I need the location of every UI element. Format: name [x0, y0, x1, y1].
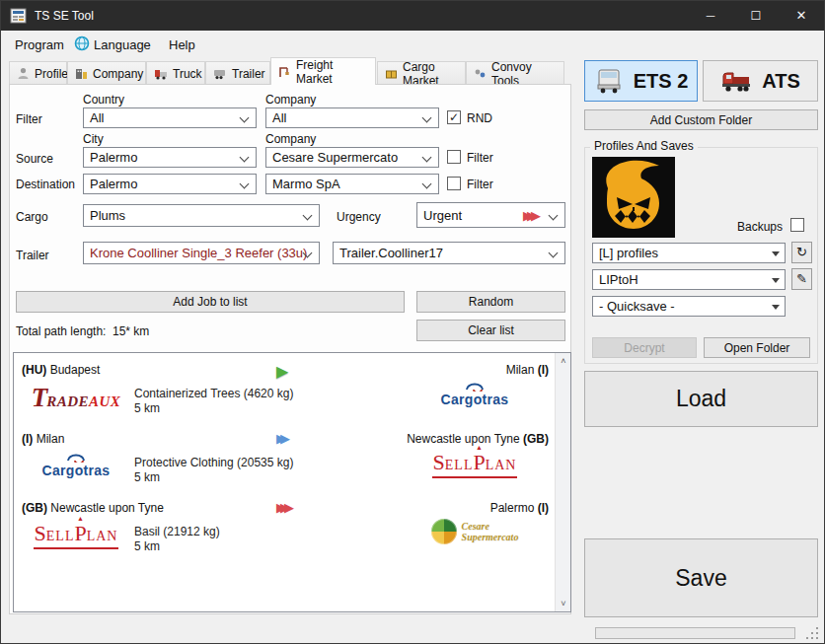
chevron-down-icon [549, 211, 559, 221]
profile-name-select[interactable]: LIPtoH [592, 269, 786, 290]
scroll-down-icon[interactable]: ˅ [556, 596, 571, 611]
tab-profile[interactable]: Profile [9, 61, 67, 85]
chevron-down-icon [549, 249, 559, 258]
cesare-globe-icon [431, 519, 457, 544]
save-slot-value: - Quicksave - [599, 299, 675, 314]
job-distance: 5 km [134, 470, 160, 484]
open-folder-button[interactable]: Open Folder [704, 337, 810, 358]
job-dst-city: Milan [506, 363, 535, 377]
ats-label: ATS [762, 70, 800, 93]
clear-list-button[interactable]: Clear list [416, 320, 565, 341]
ets2-label: ETS 2 [634, 70, 689, 93]
trailer-icon [213, 68, 227, 80]
source-city-value: Palermo [90, 150, 137, 165]
profile-avatar [592, 157, 675, 238]
cargo-value: Plums [90, 208, 125, 223]
job-cargo: Basil (21912 kg) [134, 525, 220, 538]
menu-bar: Program Language Help [1, 31, 824, 58]
destination-city-select[interactable]: Palermo [83, 174, 257, 194]
tab-trailer[interactable]: Trailer [205, 61, 270, 85]
resize-grip[interactable] [804, 625, 818, 639]
profiles-select[interactable]: [L] profiles [592, 243, 786, 263]
dropdown-arrow-icon [772, 278, 780, 283]
save-button[interactable]: Save [584, 538, 818, 617]
source-filter-checkbox[interactable] [447, 150, 461, 164]
check-icon: ✓ [449, 110, 459, 124]
job-dst-country: (I) [538, 501, 549, 515]
tab-trailer-label: Trailer [232, 67, 265, 81]
app-window: TS SE Tool ─ ☐ ✕ Program Language Help P… [0, 0, 825, 644]
filter-company-select[interactable]: All [265, 107, 439, 128]
job-src-city: Budapest [50, 363, 101, 377]
trailer-model-value: Krone Coolliner Single_3 Reefer (33u) [90, 246, 307, 260]
profile-icon [17, 67, 30, 80]
tab-truck[interactable]: Truck [146, 61, 205, 85]
company-logo-sellplan: SELLP▲LAN [18, 521, 134, 549]
scroll-up-icon[interactable]: ˄ [556, 353, 571, 369]
close-button[interactable]: ✕ [779, 1, 824, 31]
soul-eater-logo [592, 157, 675, 238]
load-button[interactable]: Load [584, 371, 818, 427]
save-slot-select[interactable]: - Quicksave - [592, 296, 786, 317]
freight-market-icon [278, 65, 291, 78]
tab-company[interactable]: Company [67, 61, 146, 85]
cargo-label: Cargo [16, 210, 48, 224]
urgent-icon: ▶▶▶ [523, 208, 541, 223]
chevron-down-icon [240, 153, 250, 163]
chevron-down-icon [303, 211, 313, 221]
crown-icon: ▲ [77, 515, 84, 522]
tab-company-label: Company [93, 67, 143, 81]
add-custom-folder-button[interactable]: Add Custom Folder [584, 109, 818, 130]
cargo-select[interactable]: Plums [83, 204, 320, 227]
trailer-model-select[interactable]: Krone Coolliner Single_3 Reefer (33u) [83, 242, 320, 264]
destination-filter-checkbox[interactable] [447, 177, 461, 190]
add-job-button[interactable]: Add Job to list [16, 291, 405, 313]
destination-filter-label: Filter [467, 178, 493, 191]
source-company-select[interactable]: Cesare Supermercato [265, 147, 439, 168]
tab-convoy-tools[interactable]: Convoy Tools [466, 61, 564, 85]
progress-bar [595, 627, 795, 639]
ets2-button[interactable]: ETS 2 [584, 60, 698, 102]
refresh-button[interactable]: ↻ [791, 242, 812, 263]
decrypt-button[interactable]: Decrypt [592, 337, 697, 358]
minimize-button[interactable]: ─ [688, 1, 733, 31]
job-list-item[interactable]: (I) Milan ▶▶ Newcastle upon Tyne (GB) Ca… [14, 426, 553, 495]
dropdown-arrow-icon [772, 305, 780, 310]
destination-company-select[interactable]: Marmo SpA [265, 174, 439, 194]
source-city-select[interactable]: Palermo [83, 147, 257, 168]
job-distance: 5 km [134, 539, 160, 553]
rnd-checkbox[interactable]: ✓ [447, 110, 461, 124]
total-path-label: Total path length: [16, 324, 106, 338]
tab-cargo-market[interactable]: Cargo Market [377, 61, 466, 85]
ats-button[interactable]: ATS [703, 60, 818, 102]
truck-icon [154, 68, 168, 80]
job-list-scrollbar[interactable]: ˄ ˅ [555, 353, 570, 611]
menu-program[interactable]: Program [15, 37, 64, 52]
job-list-item[interactable]: (GB) Newcastle upon Tyne ▶▶▶ Palermo (I)… [14, 495, 553, 564]
menu-help[interactable]: Help [169, 37, 195, 52]
urgency-value: Urgent [423, 208, 462, 223]
backups-checkbox[interactable] [790, 218, 804, 232]
company-column-header-2: Company [265, 132, 316, 146]
trailer-label: Trailer [16, 249, 49, 262]
job-distance: 5 km [134, 401, 160, 415]
tab-freight-market[interactable]: Freight Market [270, 57, 376, 85]
chevron-down-icon [422, 153, 432, 163]
urgency-select[interactable]: Urgent ▶▶▶ [416, 202, 565, 228]
random-button[interactable]: Random [416, 291, 565, 313]
menu-language[interactable]: Language [94, 37, 151, 52]
edit-button[interactable]: ✎ [791, 268, 812, 290]
company-column-header: Company [265, 93, 316, 107]
ets2-truck-icon [594, 68, 624, 94]
urgency-label: Urgency [337, 210, 381, 224]
filter-country-select[interactable]: All [83, 107, 257, 128]
destination-city-value: Palermo [90, 177, 137, 191]
trailer-variant-select[interactable]: Trailer.Coolliner17 [333, 242, 565, 264]
dropdown-arrow-icon [772, 251, 780, 256]
maximize-button[interactable]: ☐ [733, 1, 779, 31]
destination-company-value: Marmo SpA [272, 177, 340, 191]
job-list-item[interactable]: (HU) Budapest ▶ Milan (I) TRADEAUX Conta… [14, 357, 553, 426]
chevron-down-icon [240, 113, 250, 123]
company-logo-cesare-supermercato: CesareSupermercato [411, 519, 539, 544]
profiles-group-title: Profiles And Saves [590, 139, 698, 153]
